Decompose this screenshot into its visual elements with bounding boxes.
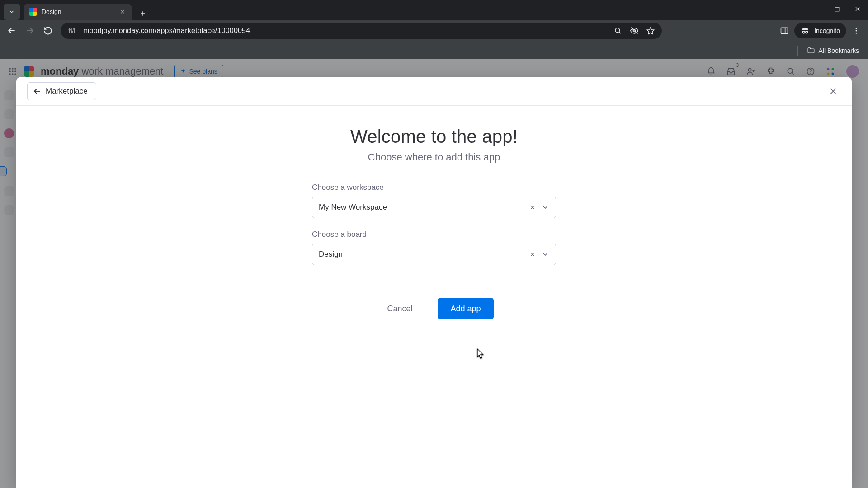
cancel-label: Cancel [387, 304, 412, 314]
tab-title: Design [42, 8, 61, 15]
toolbar-right: Incognito [776, 23, 864, 39]
modal-actions: Cancel Add app [312, 298, 556, 319]
add-app-button[interactable]: Add app [438, 298, 493, 319]
chevron-down-icon [541, 250, 549, 258]
back-to-marketplace-button[interactable]: Marketplace [27, 82, 96, 100]
window-close-button[interactable] [847, 0, 868, 18]
browser-tab[interactable]: Design [24, 4, 132, 20]
workspace-select[interactable]: My New Workspace [312, 197, 556, 218]
svg-line-17 [619, 32, 621, 33]
omnibox[interactable]: moodjoy.monday.com/apps/marketplace/1000… [61, 23, 662, 39]
window-controls [806, 0, 868, 18]
close-icon [829, 87, 838, 96]
workspace-label: Choose a workspace [312, 183, 556, 192]
nav-back-button[interactable] [4, 23, 20, 39]
folder-icon [807, 47, 815, 55]
nav-forward-button[interactable] [22, 23, 38, 39]
window-minimize-button[interactable] [806, 0, 826, 18]
incognito-icon [801, 26, 810, 35]
window-maximize-button[interactable] [826, 0, 847, 18]
bookmark-bar: All Bookmarks [0, 42, 868, 59]
eye-off-icon[interactable] [629, 26, 639, 36]
bookmark-star-icon[interactable] [646, 26, 656, 36]
bookmark-divider [797, 46, 798, 56]
svg-point-24 [806, 31, 808, 33]
svg-rect-21 [781, 28, 788, 33]
board-label: Choose a board [312, 230, 556, 239]
workspace-value: My New Workspace [319, 203, 387, 212]
workspace-clear-button[interactable] [528, 203, 537, 211]
tab-close-button[interactable] [118, 8, 127, 16]
modal-subtitle: Choose where to add this app [368, 151, 500, 163]
tab-search-dropdown[interactable] [4, 4, 20, 20]
back-label: Marketplace [46, 87, 88, 96]
incognito-label: Incognito [814, 27, 840, 34]
svg-point-27 [856, 30, 857, 32]
titlebar: Design [0, 0, 868, 20]
modal-close-button[interactable] [826, 84, 841, 99]
svg-point-26 [856, 28, 857, 29]
chevron-down-icon [541, 203, 549, 211]
board-clear-button[interactable] [528, 250, 537, 258]
modal-title: Welcome to the app! [350, 127, 518, 147]
svg-point-16 [615, 28, 620, 33]
cancel-button[interactable]: Cancel [374, 298, 425, 319]
svg-marker-20 [647, 28, 654, 34]
board-value: Design [319, 250, 343, 259]
board-field: Choose a board Design [312, 230, 556, 265]
workspace-field: Choose a workspace My New Workspace [312, 183, 556, 218]
svg-point-13 [69, 29, 70, 30]
modal-header: Marketplace [16, 77, 852, 106]
arrow-left-icon [33, 87, 41, 95]
svg-point-14 [71, 31, 73, 33]
svg-point-23 [802, 31, 805, 33]
url-text: moodjoy.monday.com/apps/marketplace/1000… [83, 27, 607, 35]
new-tab-button[interactable] [137, 7, 149, 20]
svg-point-28 [856, 33, 857, 34]
svg-rect-5 [835, 7, 839, 11]
add-app-label: Add app [450, 304, 481, 314]
all-bookmarks-button[interactable]: All Bookmarks [807, 47, 859, 55]
svg-point-15 [74, 28, 75, 30]
page-content: monday work management See plans 3 [0, 59, 868, 488]
modal-form: Choose a workspace My New Workspace Choo… [312, 183, 556, 319]
add-app-modal: Marketplace Welcome to the app! Choose w… [16, 77, 852, 488]
tab-strip: Design [0, 0, 149, 20]
incognito-indicator[interactable]: Incognito [794, 23, 846, 38]
browser-toolbar: moodjoy.monday.com/apps/marketplace/1000… [0, 20, 868, 42]
nav-reload-button[interactable] [40, 23, 56, 39]
favicon-icon [29, 8, 37, 16]
browser-menu-button[interactable] [848, 23, 864, 39]
board-select[interactable]: Design [312, 244, 556, 265]
site-settings-icon[interactable] [67, 26, 77, 36]
side-panel-icon[interactable] [776, 23, 793, 39]
modal-body: Welcome to the app! Choose where to add … [16, 106, 852, 488]
chrome-window: Design moodjoy.monday.com/apps/marketpla… [0, 0, 868, 488]
all-bookmarks-label: All Bookmarks [819, 47, 859, 54]
search-in-page-icon[interactable] [613, 26, 623, 36]
